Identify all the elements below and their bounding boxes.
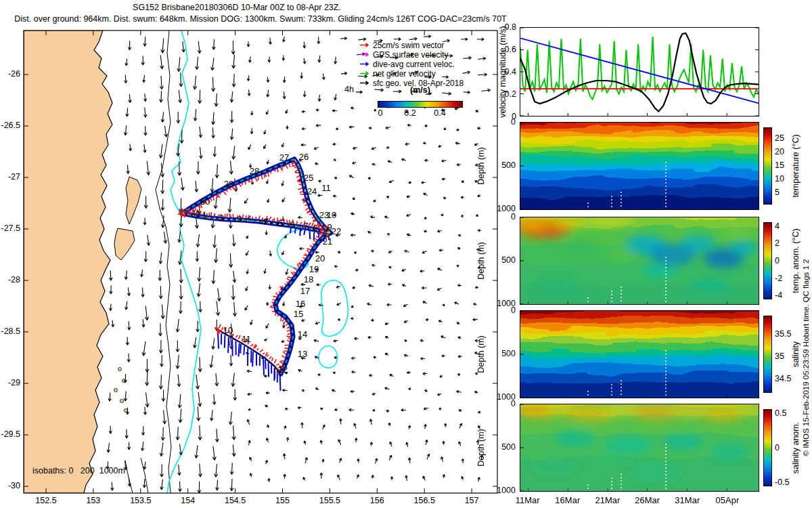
date-tick-label: 31Mar	[669, 495, 706, 505]
legend-entry: net glider velocity	[359, 68, 436, 78]
section-temp-anomaly-field	[520, 217, 759, 304]
map-ytick-label: -26	[0, 69, 20, 79]
dive-avg-current-band	[182, 159, 294, 213]
waypoint-label: 2	[219, 213, 223, 223]
depth-tick-label: 500	[491, 349, 516, 358]
section-salinity-anomaly-field	[520, 404, 759, 491]
glider-mission-figure: SG152 Brisbane20180306D 10-Mar 00Z to 08…	[0, 0, 812, 508]
waypoint-label: 17	[300, 286, 310, 296]
waypoint-label: 22	[332, 226, 341, 236]
waypoint-label: 18	[304, 274, 313, 284]
waypoint-label: 10	[327, 210, 336, 220]
depth-tick-label: 500	[491, 442, 516, 452]
map-ytick-label: -29	[0, 378, 20, 387]
depth-tick-label: 0	[491, 305, 516, 315]
islet	[120, 400, 124, 403]
waypoint-label: 30	[200, 196, 210, 207]
legend-colorbar	[378, 101, 463, 108]
section-temperature	[520, 122, 759, 210]
map-ytick-label: -28	[0, 275, 20, 284]
velocity-ytick-label: 0.2	[497, 89, 516, 99]
waypoint-label: 15	[294, 309, 303, 319]
colorbar-tick-label: 0.5	[775, 408, 802, 418]
waypoint-label: 27	[279, 152, 289, 163]
section-salinity-anomaly	[520, 404, 759, 492]
date-tick-label: 16Mar	[549, 495, 587, 505]
depth-axis-label: Depth (m)	[476, 335, 486, 373]
island	[126, 177, 141, 224]
velocity-ytick-label: 0.6	[497, 45, 516, 54]
islet	[114, 389, 118, 392]
section-salinity	[520, 310, 759, 398]
waypoint-label: 10	[223, 325, 233, 335]
waypoint-label: 31	[191, 209, 200, 219]
legend-entry: 25cm/s swim vector	[359, 40, 444, 49]
map-xtick-label: 155.5	[309, 496, 350, 505]
map-ytick-label: -29.5	[0, 429, 20, 439]
map-ytick-label: -26.5	[0, 121, 20, 130]
waypoint-label: 5	[277, 218, 282, 228]
map-xtick-label: 152.5	[26, 496, 66, 505]
map-xtick-label: 154.5	[215, 496, 256, 505]
legend-entry-label: GPS surface velocity	[373, 50, 448, 60]
colorbar-temp-anomaly	[763, 222, 772, 299]
map-xtick-label: 156	[357, 496, 397, 505]
waypoint-label: 3	[237, 214, 242, 224]
velocity-ytick-label: 0.8	[497, 22, 516, 32]
depth-tick-label: 500	[491, 161, 516, 170]
legend-entry-label: net glider velocity	[373, 69, 436, 79]
date-tick-label: 05Apr	[708, 495, 746, 505]
map-ytick-label: -27.5	[0, 224, 20, 233]
waypoint-label: 8	[313, 223, 317, 233]
colorbar-salinity-anomaly	[763, 409, 772, 486]
waypoint-label: 24	[307, 186, 317, 196]
map-xtick-label: 156.5	[404, 496, 445, 505]
legend-entry-label: 25cm/s swim vector	[373, 41, 444, 50]
island	[114, 228, 135, 260]
map-ytick-label: -30	[0, 481, 20, 490]
legend-cbar-tick: 0.4	[430, 108, 449, 118]
map-ytick-label: -28.5	[0, 326, 20, 336]
depth-tick-label: 0	[491, 212, 516, 221]
colorbar-temperature	[763, 127, 772, 205]
waypoint-label: 26	[299, 152, 309, 162]
waypoint-label: 13	[298, 349, 307, 359]
depth-tick-label: 0	[491, 399, 516, 408]
waypoint-label: 12	[278, 364, 288, 375]
colorbar-tick-label: 34.5	[775, 374, 802, 383]
map-xtick-label: 153	[73, 496, 114, 505]
isobath-loop	[319, 346, 337, 368]
map-xtick-label: 153.5	[120, 496, 161, 505]
depth-tick-label: 0	[491, 117, 516, 127]
map-content	[24, 30, 491, 493]
waypoint-label: 16	[296, 299, 305, 309]
legend-colorbar-units: (m/s)	[378, 85, 463, 95]
colorbar-unit-label: salinity	[791, 341, 800, 367]
date-tick-label: 21Mar	[589, 495, 627, 505]
legend-marker-icon	[359, 51, 370, 58]
map-ytick-label: -27	[0, 172, 20, 182]
legend-cbar-tick: 0.2	[401, 108, 420, 118]
waypoint-label: 25	[304, 173, 313, 183]
map-xtick-label: 157	[451, 496, 492, 505]
velocity-panel	[520, 27, 759, 117]
depth-axis-label: Depth (m)	[476, 147, 486, 185]
legend-cbar-tick: 0	[371, 108, 390, 118]
imos-watermark: © IMOS 15-Feb-2019 05:23:59 Hobart time.…	[801, 259, 811, 456]
section-salinity-field	[520, 311, 759, 398]
waypoint-label: 4	[261, 217, 266, 227]
islet	[118, 368, 122, 371]
colorbar-tick-label: -0.5	[775, 478, 802, 487]
isobath-200m	[156, 30, 171, 493]
depth-axis-label: Depth (m)	[476, 242, 486, 280]
section-temperature-field	[520, 123, 759, 209]
depth-tick-label: 1000	[491, 486, 516, 495]
waypoint-label: 11	[242, 334, 251, 344]
waypoint-label: 28	[250, 166, 259, 176]
legend-marker-icon	[359, 61, 370, 67]
waypoint-label: 21	[323, 236, 332, 247]
map-xtick-label: 155	[263, 496, 303, 505]
legend-duration-label: 4h	[344, 85, 354, 94]
velocity-ytick-label: 0.4	[497, 67, 516, 77]
legend-marker-icon	[359, 42, 370, 48]
